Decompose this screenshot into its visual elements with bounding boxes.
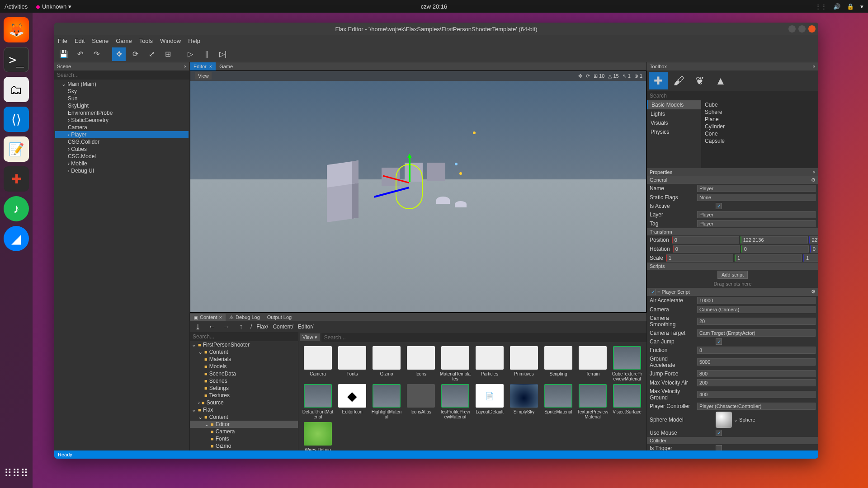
content-item[interactable]: IesProfilePreviewMaterial bbox=[439, 384, 471, 419]
content-item[interactable]: VisjectSurface bbox=[611, 384, 643, 419]
translate-tool-icon[interactable]: ✥ bbox=[112, 47, 126, 61]
show-applications[interactable]: ⠿⠿⠿ bbox=[4, 467, 28, 480]
dock-terminal[interactable]: >_ bbox=[4, 47, 29, 72]
tree-item[interactable]: › Cubes bbox=[55, 145, 189, 153]
property-input[interactable] bbox=[697, 370, 816, 377]
tree-item[interactable]: Sky bbox=[55, 88, 189, 95]
content-item[interactable]: Terrain bbox=[577, 346, 609, 381]
view-dropdown[interactable]: View bbox=[195, 72, 212, 80]
rot-y[interactable] bbox=[741, 245, 809, 253]
app-menu[interactable]: Unknown ▾ bbox=[42, 3, 71, 10]
play-icon[interactable]: ▷ bbox=[184, 47, 197, 61]
lock-icon[interactable]: 🔒 bbox=[847, 3, 854, 10]
property-input[interactable] bbox=[697, 358, 816, 366]
toolbox-item[interactable]: Sphere bbox=[702, 108, 817, 116]
scene-tree[interactable]: ⌄ Main (Main) Sky Sun SkyLight Environme… bbox=[54, 80, 189, 450]
scene-search-input[interactable] bbox=[54, 70, 189, 80]
viewport[interactable]: View ✥ ⟳ ⊞ 10 △ 15 ↖ 1 ⊕ 1 bbox=[190, 70, 646, 313]
content-item[interactable]: MaterialTemplates bbox=[439, 346, 471, 381]
tree-item[interactable]: CSG.Collider bbox=[55, 138, 189, 145]
nav-up-icon[interactable]: ↑ bbox=[236, 323, 246, 331]
tree-item[interactable]: CSG.Model bbox=[55, 153, 189, 160]
tab-game[interactable]: Game bbox=[216, 62, 236, 70]
obj-icon[interactable]: ⊕ 1 bbox=[634, 73, 642, 79]
name-field[interactable] bbox=[697, 185, 816, 192]
close-icon[interactable]: × bbox=[219, 314, 222, 320]
content-item[interactable]: CubeTexturePreviewMaterial bbox=[611, 346, 643, 381]
static-flags-field[interactable] bbox=[697, 194, 816, 201]
tree-item[interactable]: EnvironmentProbe bbox=[55, 109, 189, 117]
maximize-button[interactable] bbox=[798, 25, 806, 33]
tab-output-log[interactable]: Output Log bbox=[264, 314, 295, 321]
close-icon[interactable]: × bbox=[813, 64, 816, 69]
scale-x[interactable] bbox=[666, 254, 733, 262]
dock-flax[interactable]: ◢ bbox=[4, 226, 29, 251]
rotate-tool-icon[interactable]: ⟳ bbox=[128, 47, 142, 61]
toolbox-category[interactable]: Basic Models bbox=[647, 100, 701, 109]
property-input[interactable] bbox=[697, 347, 816, 354]
content-item[interactable]: Wires Debug Material bbox=[302, 422, 334, 450]
menu-edit[interactable]: Edit bbox=[75, 38, 85, 44]
close-icon[interactable]: × bbox=[813, 169, 816, 175]
property-input[interactable] bbox=[697, 329, 816, 337]
rot-x[interactable] bbox=[673, 245, 740, 253]
dock-vscode[interactable]: ⟨⟩ bbox=[4, 107, 29, 132]
toolbox-category[interactable]: Lights bbox=[647, 109, 701, 118]
save-icon[interactable]: 💾 bbox=[57, 47, 71, 61]
clock[interactable]: czw 20:16 bbox=[421, 3, 448, 10]
menu-help[interactable]: Help bbox=[188, 38, 200, 44]
content-item[interactable]: Particles bbox=[474, 346, 505, 381]
content-item[interactable]: HighlightMaterial bbox=[371, 384, 402, 419]
minimize-button[interactable] bbox=[788, 25, 796, 33]
content-search-input[interactable] bbox=[321, 333, 646, 342]
content-item[interactable]: ◆EditorIcon bbox=[336, 384, 368, 419]
layer-field[interactable] bbox=[697, 211, 816, 218]
toolbox-category[interactable]: Physics bbox=[647, 127, 701, 136]
checkbox[interactable]: ✓ bbox=[716, 338, 722, 345]
dock-spotify[interactable]: ♪ bbox=[4, 196, 29, 221]
toolbox-item[interactable]: Cylinder bbox=[702, 123, 817, 130]
tree-item[interactable]: Camera bbox=[55, 124, 189, 131]
toolbox-paint-icon[interactable]: 🖌 bbox=[670, 72, 689, 89]
menu-game[interactable]: Game bbox=[116, 38, 132, 44]
add-script-button[interactable]: Add script bbox=[717, 271, 748, 279]
gear-icon[interactable]: ⚙ bbox=[811, 289, 816, 295]
tab-debug-log[interactable]: ⚠ Debug Log bbox=[226, 314, 264, 321]
activities-button[interactable]: Activities bbox=[5, 3, 28, 10]
content-item[interactable]: SpriteMaterial bbox=[542, 384, 574, 419]
translate-mini-icon[interactable]: ✥ bbox=[578, 73, 582, 79]
tree-item[interactable]: Sun bbox=[55, 95, 189, 102]
menu-tools[interactable]: Tools bbox=[139, 38, 153, 44]
property-input[interactable] bbox=[697, 306, 816, 313]
script-enabled-checkbox[interactable]: ✓ bbox=[650, 289, 656, 295]
content-item[interactable]: SimplySky bbox=[508, 384, 540, 419]
tab-editor[interactable]: Editor × bbox=[190, 62, 216, 70]
content-view-dropdown[interactable]: View ▾ bbox=[300, 333, 320, 341]
menu-window[interactable]: Window bbox=[160, 38, 181, 44]
toolbox-item[interactable]: Cone bbox=[702, 130, 817, 137]
wifi-icon[interactable]: ⋮⋮ bbox=[815, 3, 827, 10]
tree-item-player[interactable]: › Player bbox=[55, 131, 189, 138]
is-trigger-checkbox[interactable] bbox=[716, 445, 722, 450]
close-icon[interactable]: × bbox=[209, 64, 212, 69]
toolbox-item[interactable]: Plane bbox=[702, 116, 817, 123]
rot-z[interactable] bbox=[810, 245, 818, 253]
dock-text-editor[interactable]: 📝 bbox=[4, 136, 29, 162]
tree-item[interactable]: › Debug UI bbox=[55, 167, 189, 174]
content-item[interactable]: Fonts bbox=[336, 346, 368, 381]
redo-icon[interactable]: ↷ bbox=[90, 47, 103, 61]
content-item[interactable]: Scripting bbox=[542, 346, 574, 381]
nav-forward-icon[interactable]: → bbox=[222, 323, 231, 331]
toolbox-add-icon[interactable]: ✚ bbox=[649, 72, 668, 89]
toolbox-category[interactable]: Visuals bbox=[647, 118, 701, 127]
nav-back-icon[interactable]: ← bbox=[207, 323, 217, 331]
content-item[interactable]: TexturePreviewMaterial bbox=[577, 384, 609, 419]
is-active-checkbox[interactable]: ✓ bbox=[716, 203, 722, 209]
toolbox-item[interactable]: Cube bbox=[702, 101, 817, 108]
volume-icon[interactable]: 🔊 bbox=[833, 3, 840, 10]
dock-firefox[interactable]: 🦊 bbox=[4, 17, 29, 42]
breadcrumb[interactable]: / Flax/ Content/ Editor/ bbox=[250, 324, 313, 330]
scale-y[interactable] bbox=[735, 254, 802, 262]
power-icon[interactable]: ▾ bbox=[860, 3, 863, 10]
tris-icon[interactable]: △ 15 bbox=[608, 73, 618, 79]
